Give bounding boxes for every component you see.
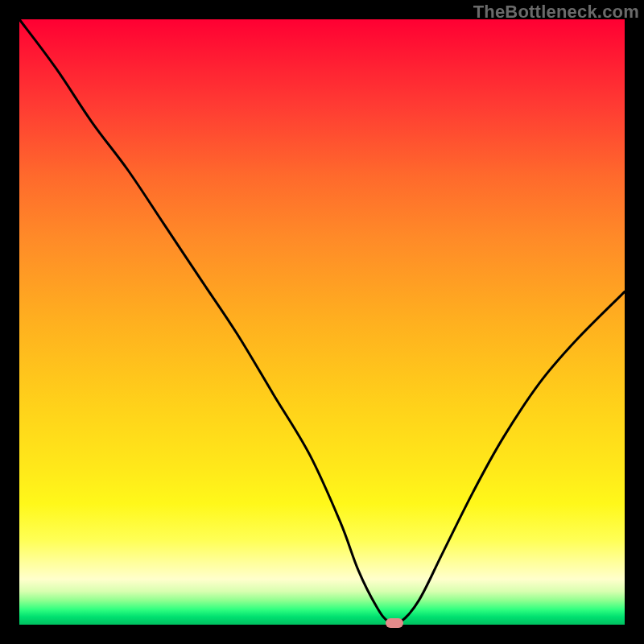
plot-area: [19, 19, 625, 625]
bottleneck-curve: [19, 19, 625, 625]
optimum-marker: [386, 618, 403, 628]
